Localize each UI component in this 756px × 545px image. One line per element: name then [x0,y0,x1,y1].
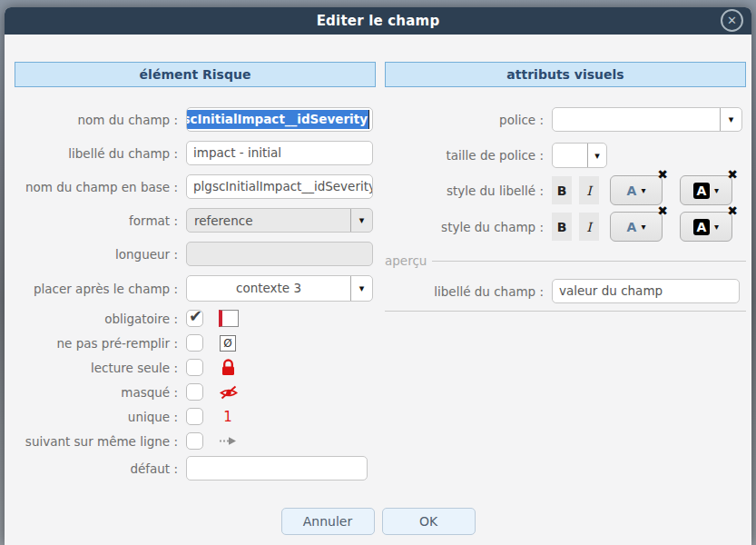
divider [385,311,746,312]
field-background-color-picker[interactable]: A ▾ ✖ [680,212,732,242]
color-letter: A [693,183,710,199]
obligatoire-label: obligatoire : [15,312,186,326]
preview-row: libellé du champ : valeur du champ [385,279,746,303]
checkbox-row-masque: masqué : ✔ [15,382,376,401]
field-italic-button[interactable]: I [579,213,599,241]
apercu-legend-row: aperçu [385,253,746,268]
chevron-down-icon[interactable]: ▾ [350,276,372,301]
checkbox-row-lecture-seule: lecture seule : ✔ [15,358,376,377]
nom-du-champ-label: nom du champ : [15,113,186,127]
clear-color-icon[interactable]: ✖ [657,167,668,182]
color-letter: A [627,183,637,199]
eye-slash-icon [219,383,239,401]
placer-apres-label: placer après le champ : [15,282,186,296]
defaut-label: défaut : [15,461,186,476]
chevron-down-icon[interactable]: ▾ [587,144,606,167]
chevron-down-icon[interactable]: ▾ [350,209,372,232]
dialog-titlebar: Editer le champ ✕ [5,7,751,35]
checkbox-row-obligatoire: obligatoire : ✔ [15,309,376,328]
masque-checkbox[interactable]: ✔ [186,383,203,401]
checkbox-row-suivant: suivant sur même ligne : ✔ [15,431,376,451]
label-text-color-picker[interactable]: A ▾ ✖ [610,175,663,205]
field-row-nom: nom du champ : plgscInitialImpact__idSev… [15,107,376,132]
panel-header-element-risque: élément Risque [15,62,376,87]
label-bold-button[interactable]: B [552,176,572,204]
unique-label: unique : [15,410,186,424]
preview-value-input[interactable]: valeur du champ [552,279,740,303]
close-icon[interactable]: ✕ [721,9,743,32]
chevron-down-icon: ▾ [641,222,645,232]
obligatoire-checkbox[interactable]: ✔ [186,310,203,327]
edit-field-dialog: Editer le champ ✕ élément Risque nom du … [5,7,751,545]
attributs-visuels-panel: attributs visuels police : ▾ taille de p… [385,62,746,312]
color-letter: A [693,219,710,235]
suivant-meme-ligne-checkbox[interactable]: ✔ [186,432,203,450]
color-letter: A [627,219,637,235]
clear-color-icon[interactable]: ✖ [657,203,668,218]
apercu-legend: aperçu [385,253,427,268]
defaut-input[interactable] [186,456,368,481]
police-label: police : [385,113,552,127]
nom-en-base-label: nom du champ en base : [15,180,186,194]
ne-pas-pre-remplir-checkbox[interactable]: ✔ [186,334,203,352]
divider [432,261,746,262]
checkbox-row-unique: unique : ✔ 1 [15,407,376,426]
field-row-base: nom du champ en base : plgscInitialImpac… [15,174,376,199]
cancel-button[interactable]: Annuler [281,508,375,535]
lecture-seule-checkbox[interactable]: ✔ [186,359,203,376]
ne-pas-pre-remplir-label: ne pas pré-remplir : [15,336,186,351]
field-row-police: police : ▾ [385,107,746,132]
dialog-footer: Annuler OK [5,508,751,535]
lecture-seule-label: lecture seule : [15,361,186,375]
chevron-down-icon: ▾ [641,185,645,195]
format-select[interactable]: reference ▾ [186,208,373,233]
field-row-defaut: défaut : [15,456,376,481]
style-du-libelle-row: style du libellé : B I A ▾ ✖ A ▾ ✖ [385,175,746,205]
field-bold-button[interactable]: B [552,213,572,241]
checkmark-icon: ✔ [189,306,202,325]
longueur-label: longueur : [15,247,186,262]
suivant-meme-ligne-label: suivant sur même ligne : [15,434,186,449]
longueur-input[interactable] [186,242,373,266]
element-risque-panel: élément Risque nom du champ : plgscIniti… [15,62,376,490]
placer-apres-select[interactable]: contexte 3 ▾ [186,275,373,302]
panel-header-attributs-visuels: attributs visuels [385,62,746,87]
arrow-right-icon [219,432,237,451]
taille-de-police-label: taille de police : [385,148,552,163]
ok-button[interactable]: OK [382,508,476,535]
chevron-down-icon: ▾ [714,185,719,195]
nom-du-champ-input[interactable]: plgscInitialImpact__idSeverity [186,107,373,132]
dialog-title: Editer le champ [317,13,440,29]
nom-en-base-input[interactable]: plgscInitialImpact__idSeverity [186,174,373,199]
unique-checkbox[interactable]: ✔ [186,408,203,425]
police-select[interactable]: ▾ [552,107,742,132]
clear-color-icon[interactable]: ✖ [727,203,738,218]
style-du-champ-label: style du champ : [385,220,552,234]
label-background-color-picker[interactable]: A ▾ ✖ [680,175,732,205]
selected-text: plgscInitialImpact__idSeverity [186,110,369,129]
unique-one-icon: 1 [219,408,237,426]
field-row-libelle: libellé du champ : impact - initial [15,141,376,165]
libelle-du-champ-input[interactable]: impact - initial [186,141,373,165]
label-italic-button[interactable]: I [579,176,599,204]
taille-de-police-select[interactable]: ▾ [552,143,607,168]
empty-set-icon: Ø [219,334,237,352]
clear-color-icon[interactable]: ✖ [727,167,738,182]
field-text-color-picker[interactable]: A ▾ ✖ [610,212,663,242]
field-row-format: format : reference ▾ [15,208,376,233]
chevron-down-icon: ▾ [714,222,719,232]
style-du-libelle-label: style du libellé : [385,183,552,198]
format-label: format : [15,213,186,228]
checkbox-row-pre-remplir: ne pas pré-remplir : ✔ Ø [15,333,376,352]
field-row-taille: taille de police : ▾ [385,143,746,168]
preview-libelle-label: libellé du champ : [385,284,552,299]
required-square-icon [219,310,239,328]
masque-label: masqué : [15,385,186,400]
field-row-longueur: longueur : [15,242,376,266]
chevron-down-icon[interactable]: ▾ [720,108,741,131]
field-row-placer: placer après le champ : contexte 3 ▾ [15,275,376,302]
libelle-du-champ-label: libellé du champ : [15,146,186,161]
style-du-champ-row: style du champ : B I A ▾ ✖ A ▾ ✖ [385,212,746,242]
lock-icon [219,359,237,377]
